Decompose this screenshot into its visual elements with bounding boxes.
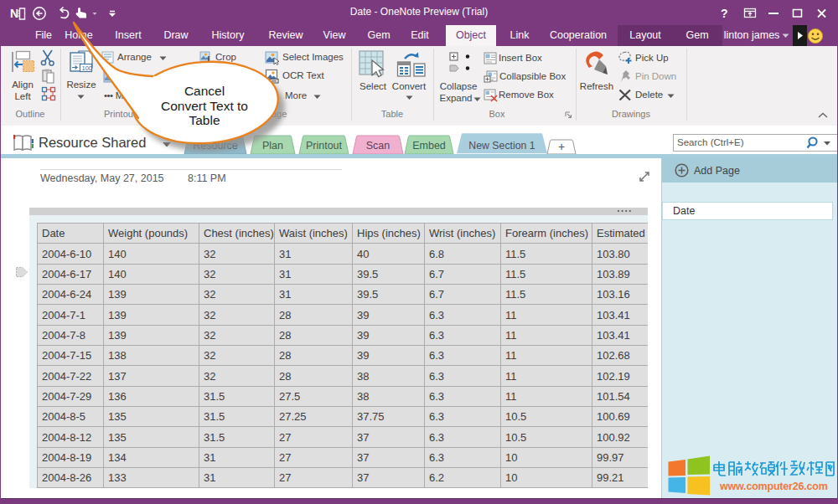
svg-text:Table: Table — [189, 113, 220, 127]
svg-text:Printout: Printout — [306, 140, 343, 152]
svg-text:?: ? — [721, 7, 728, 20]
svg-text:Cancel: Cancel — [184, 84, 225, 98]
svg-text:Scan: Scan — [366, 140, 391, 152]
svg-text:Embed: Embed — [412, 140, 446, 152]
svg-text:N: N — [10, 7, 18, 20]
svg-text:+: + — [558, 140, 565, 153]
svg-text:Convert Text to: Convert Text to — [161, 99, 248, 113]
svg-text:New Section 1: New Section 1 — [468, 140, 535, 152]
